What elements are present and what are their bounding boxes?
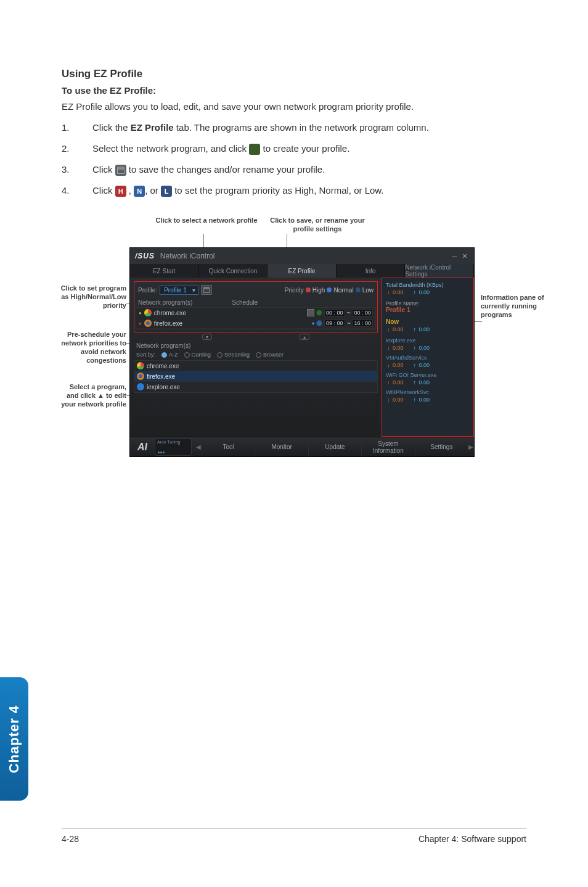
- auto-tuning-widget[interactable]: Auto Tuning: [155, 439, 192, 456]
- program-row-firefox[interactable]: ● firefox.exe ▾ 09 : 00 ~ 16 : 00: [136, 318, 375, 329]
- footer-title: Chapter 4: Software support: [419, 834, 526, 844]
- auto-tuning-label: Auto Tuning: [157, 440, 180, 444]
- minimize-button[interactable]: –: [450, 251, 459, 261]
- priority-high-icon: H: [115, 186, 126, 197]
- list-item[interactable]: chrome.exe: [134, 361, 377, 371]
- step1-a: Click the: [92, 122, 131, 133]
- down-bw: ↓ 0.00: [386, 289, 404, 295]
- chapter-tab: Chapter 4: [0, 677, 28, 801]
- main-row: Profile: Profile 1 Priority High Normal …: [130, 278, 474, 437]
- firefox-icon: [144, 320, 152, 327]
- priority-group: Priority High Normal Low: [285, 287, 374, 294]
- add-profile-icon: [249, 144, 260, 155]
- time-from[interactable]: 00 : 00: [324, 309, 345, 316]
- time-to[interactable]: 00 : 00: [352, 309, 373, 316]
- nav-settings[interactable]: Settings: [415, 437, 468, 456]
- priority-low-dot[interactable]: [356, 287, 361, 292]
- list-item-selected[interactable]: firefox.exe: [134, 371, 377, 382]
- priority-high-label: High: [312, 287, 325, 294]
- nav-system-info[interactable]: System Information: [361, 437, 414, 456]
- step4-d: to set the program priority as High, Nor…: [172, 185, 383, 196]
- nav-tool[interactable]: Tool: [202, 437, 255, 456]
- ie-icon: [137, 383, 144, 390]
- sort-gaming[interactable]: Gaming: [184, 352, 211, 358]
- callout-save-rename: Click to save, or rename your profile se…: [265, 217, 370, 234]
- chrome-icon: [137, 362, 144, 369]
- callout-line: [473, 321, 482, 322]
- time-to[interactable]: 16 : 00: [352, 320, 373, 327]
- profile-row: Profile: Profile 1 Priority High Normal …: [136, 283, 376, 297]
- chrome-icon: [144, 309, 152, 316]
- program-name: chrome.exe: [147, 363, 179, 369]
- priority-high-dot[interactable]: [306, 287, 311, 292]
- sortby-row: Sort by: A-Z Gaming Streaming Browser: [134, 350, 378, 359]
- priority-low-label: Low: [362, 287, 374, 294]
- profile-select[interactable]: Profile 1: [160, 286, 198, 295]
- step-2: Select the network program, and click to…: [62, 141, 526, 156]
- tab-quick-connection[interactable]: Quick Connection: [199, 264, 268, 278]
- priority-normal-label: Normal: [333, 287, 353, 294]
- sort-streaming[interactable]: Streaming: [217, 352, 250, 358]
- step1-c: tab. The programs are shown in the netwo…: [174, 122, 429, 133]
- bw-values: ↓ 0.00 ↑ 0.00: [386, 289, 470, 295]
- nav-next[interactable]: ▶: [468, 444, 474, 450]
- calendar-icon[interactable]: [307, 309, 314, 316]
- nav-prev[interactable]: ◀: [195, 444, 202, 450]
- save-profile-button[interactable]: [201, 285, 212, 295]
- program-row-chrome[interactable]: ● chrome.exe 00 : 00 ~ 00 : 00: [136, 308, 375, 318]
- nav-monitor[interactable]: Monitor: [255, 437, 308, 456]
- app-title: Network iControl: [160, 252, 215, 260]
- time-from[interactable]: 09 : 00: [324, 320, 345, 327]
- side-item: VMAuthdService↓ 0.00↑ 0.00: [386, 355, 470, 368]
- nav-update[interactable]: Update: [308, 437, 361, 456]
- schedule-controls: 00 : 00 ~ 00 : 00: [307, 309, 373, 316]
- tilde: ~: [347, 310, 351, 316]
- program-name: iexplore.exe: [147, 384, 180, 390]
- sort-browser[interactable]: Browser: [256, 352, 284, 358]
- schedule-controls: ▾ 09 : 00 ~ 16 : 00: [312, 320, 373, 327]
- program-name: firefox.exe: [154, 320, 182, 327]
- tab-ez-profile[interactable]: EZ Profile: [267, 264, 337, 278]
- list-item[interactable]: iexplore.exe: [134, 382, 377, 392]
- up-bw: ↑ 0.00: [412, 289, 430, 295]
- tab-info[interactable]: Info: [337, 264, 406, 278]
- step-3: Click to save the changes and/or rename …: [62, 162, 526, 177]
- tab-network-settings[interactable]: Network iControl Settings: [405, 264, 474, 278]
- tabs-row: EZ Start Quick Connection EZ Profile Inf…: [130, 264, 474, 278]
- ai-logo: AI: [130, 442, 155, 453]
- heading-using-ez-profile: Using EZ Profile: [62, 68, 526, 80]
- down-val: 0.00: [391, 289, 404, 295]
- app-window: /SUS Network iControl – × EZ Start Quick…: [129, 247, 475, 457]
- close-button[interactable]: ×: [460, 251, 469, 261]
- callout-select-profile: Click to select a network profile: [154, 217, 259, 225]
- page-number: 4-28: [62, 834, 79, 844]
- priority-title: Priority: [285, 287, 304, 294]
- save-icon: [115, 165, 126, 176]
- bottom-program-list: chrome.exe firefox.exe iexplore.exe: [134, 360, 378, 393]
- top-program-list: ● chrome.exe 00 : 00 ~ 00 : 00: [136, 307, 376, 329]
- subheading-to-use: To use the EZ Profile:: [62, 85, 526, 96]
- priority-normal-dot[interactable]: [327, 287, 332, 292]
- steps-list: Click the EZ Profile tab. The programs a…: [62, 120, 526, 198]
- step4-b: ,: [126, 185, 134, 196]
- schedule-toggle[interactable]: [316, 310, 322, 316]
- page-footer: 4-28 Chapter 4: Software support: [62, 828, 526, 844]
- sort-az[interactable]: A-Z: [161, 352, 178, 358]
- firefox-icon: [137, 373, 144, 380]
- program-name: firefox.exe: [147, 373, 175, 380]
- collapse-icon[interactable]: ▾: [202, 334, 212, 340]
- priority-low-icon: L: [161, 186, 172, 197]
- step2-b: to create your profile.: [260, 143, 349, 154]
- expand-icon[interactable]: ▴: [300, 334, 309, 340]
- tab-ez-start[interactable]: EZ Start: [130, 264, 199, 278]
- step4-c: , or: [145, 185, 161, 196]
- side-item: iexplore.exe↓ 0.00↑ 0.00: [386, 337, 470, 351]
- now-label: Now: [386, 318, 470, 325]
- up-val: 0.00: [418, 326, 430, 332]
- side-item: WiFi GO! Server.exe↓ 0.00↑ 0.00: [386, 372, 470, 386]
- program-name: chrome.exe: [154, 310, 186, 316]
- chapter-tab-label: Chapter 4: [6, 705, 22, 773]
- expand-collapse-row: ▾ ▴: [158, 334, 353, 340]
- right-pane: Total Bandwidth (KBps) ↓ 0.00 ↑ 0.00 Pro…: [382, 278, 474, 437]
- schedule-toggle[interactable]: [316, 320, 322, 326]
